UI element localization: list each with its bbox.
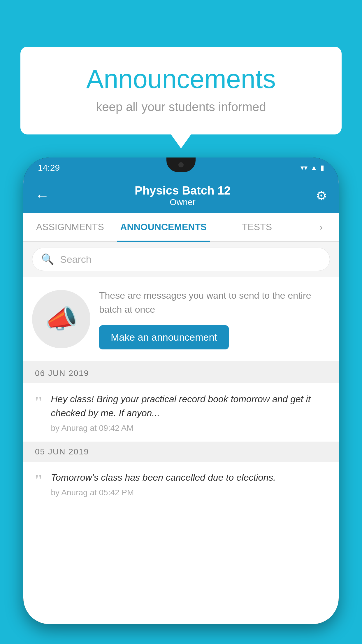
phone-wrapper: 14:29 ▾▾ ▲ ▮ ← Physics Batch 12 Owner ⚙ [23,158,339,644]
bubble-subtitle: keep all your students informed [44,100,318,114]
search-icon: 🔍 [41,253,54,265]
tab-assignments[interactable]: ASSIGNMENTS [23,213,117,241]
announcement-promo: 📣 These are messages you want to send to… [23,277,339,363]
search-box[interactable]: 🔍 Search [32,248,330,271]
announcement-author-2: by Anurag at 05:42 PM [51,488,327,497]
speech-bubble-container: Announcements keep all your students inf… [20,47,342,134]
tab-tests[interactable]: TESTS [210,213,304,241]
header-title: Physics Batch 12 [50,184,316,197]
status-time: 14:29 [38,163,60,173]
phone-device: 14:29 ▾▾ ▲ ▮ ← Physics Batch 12 Owner ⚙ [23,158,339,624]
header-subtitle: Owner [50,197,316,207]
date-header-1: 06 JUN 2019 [23,363,339,383]
bubble-title: Announcements [44,64,318,94]
status-icons: ▾▾ ▲ ▮ [301,164,324,172]
promo-description: These are messages you want to send to t… [99,288,330,316]
tabs-bar: ASSIGNMENTS ANNOUNCEMENTS TESTS › [23,213,339,242]
announcement-content-2: Tomorrow's class has been cancelled due … [51,470,327,497]
search-input[interactable]: Search [60,254,92,265]
quote-icon-2: " [35,472,42,489]
battery-icon: ▮ [320,164,324,172]
announcement-item-2: " Tomorrow's class has been cancelled du… [23,462,339,506]
back-button[interactable]: ← [35,187,50,204]
announcement-content-1: Hey class! Bring your practical record b… [51,392,327,433]
status-bar: 14:29 ▾▾ ▲ ▮ [23,158,339,178]
announcement-message-2: Tomorrow's class has been cancelled due … [51,470,327,484]
speech-bubble: Announcements keep all your students inf… [20,47,342,134]
announcement-item-1: " Hey class! Bring your practical record… [23,383,339,442]
announcement-message-1: Hey class! Bring your practical record b… [51,392,327,420]
make-announcement-button[interactable]: Make an announcement [99,325,229,349]
quote-icon-1: " [35,393,42,411]
tab-more[interactable]: › [304,213,339,241]
search-container: 🔍 Search [23,242,339,277]
app-header: ← Physics Batch 12 Owner ⚙ [23,178,339,213]
promo-icon-circle: 📣 [32,290,90,348]
settings-button[interactable]: ⚙ [316,188,327,203]
megaphone-icon: 📣 [45,304,78,334]
wifi-icon: ▾▾ [301,164,307,172]
announcement-author-1: by Anurag at 09:42 AM [51,424,327,433]
signal-icon: ▲ [310,164,317,172]
camera [178,162,184,167]
tab-announcements[interactable]: ANNOUNCEMENTS [117,213,210,241]
notch [166,158,196,172]
phone-screen: ← Physics Batch 12 Owner ⚙ ASSIGNMENTS A… [23,178,339,624]
promo-content: These are messages you want to send to t… [99,288,330,349]
header-title-block: Physics Batch 12 Owner [50,184,316,207]
date-header-2: 05 JUN 2019 [23,442,339,462]
